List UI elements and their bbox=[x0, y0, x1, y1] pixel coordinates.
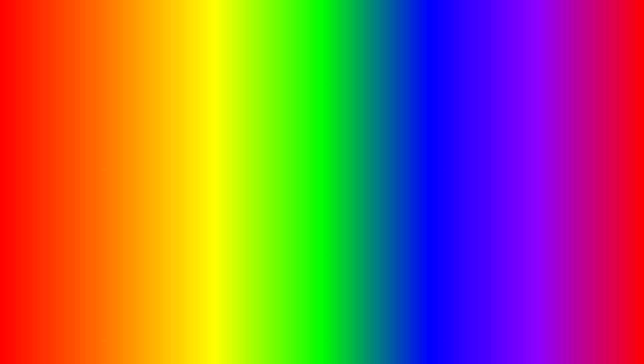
black-screen-row: Black Screen | จอดำ bbox=[174, 147, 312, 151]
divider-2 bbox=[476, 158, 614, 159]
auto-farm-boss-row: Auto Farm Boss | อัตโนมัติบอส bbox=[332, 167, 470, 172]
title-blox: BLOX bbox=[163, 7, 294, 56]
select-weapon-row: Select Weapon | เลือกอาวุธ : Melee Melee bbox=[30, 133, 168, 139]
refresh-boss-button[interactable]: Refresh Boss | รีเซ็ตบอส bbox=[332, 158, 470, 166]
settings-title: Settings bbox=[174, 113, 312, 117]
farm-mastery-gun-label: AutoFarm Mastery Gun | อัตโนมัติฟาร์มยิง… bbox=[332, 138, 394, 143]
distance-slider[interactable] bbox=[498, 148, 604, 150]
auto-new-world-row: Auto New World | อัตโนมัติโลก2 bbox=[30, 146, 168, 151]
tab-dungeon-right[interactable]: Dungeon bbox=[595, 103, 614, 109]
auto-farm-boss-quest-row: Auto Farm Boss Quest | อัตโนมัติบอสสตาทค… bbox=[332, 174, 470, 178]
skill-x-row: ✓ Skill X | สกิล เอ็ก bbox=[476, 126, 614, 131]
skill-z-checkbox[interactable]: ✓ bbox=[476, 120, 480, 124]
auto-new-world-checkbox[interactable] bbox=[30, 147, 34, 151]
auto-farm-boss-label: Auto Farm Boss | อัตโนมัติบอส bbox=[332, 167, 376, 172]
select-fast-attack-label: Select FastAttack | เลือกโหมดเร็ว : Mobi… bbox=[174, 121, 229, 125]
select-fast-attack-row: Select FastAttack | เลือกโหมดเร็ว : Mobi… bbox=[174, 120, 312, 126]
logo-circle: ☠ bbox=[574, 296, 600, 323]
auto-third-world-checkbox[interactable] bbox=[30, 153, 34, 157]
farm-mastery-label: Auto Farm Mastery | อัตโนมัติฟาร์มมาเตอร… bbox=[332, 132, 392, 137]
boss-dropdown[interactable]: Select Boss bbox=[367, 151, 470, 157]
left-panel-title: Zee H bbox=[39, 104, 277, 108]
tab-dungeon-left[interactable]: Dungeon bbox=[293, 103, 312, 109]
auto-farm-row: ✓ Auto Farm | ฟาร์มแบบอัตโนมัติ bbox=[30, 120, 168, 125]
panels-container: ⚡ Zee H Main Dungeon AutoFarm ✓ Auto Far… bbox=[27, 100, 617, 183]
autofarm-title: AutoFarm bbox=[30, 113, 168, 117]
auto-farm-chest-tween-label: Auto Farm Chest Tween | อัตโนมัติเก็บกล่… bbox=[35, 165, 104, 170]
logo-fruits: FRUITS bbox=[570, 333, 604, 344]
auto-farm-checkbox[interactable]: ✓ bbox=[30, 120, 34, 124]
title-fruits: FRUITS bbox=[309, 7, 481, 56]
right-col-mastery: Mastery Settings ✓ Skill Z | สกิล แอว ✓ … bbox=[473, 111, 617, 183]
left-panel: ⚡ Zee H Main Dungeon AutoFarm ✓ Auto Far… bbox=[27, 100, 315, 183]
white-screen-label: White Screen | จอขาว bbox=[179, 153, 211, 158]
auto-farm-fast-label: Auto Farm Fast | ฟาร์มน้ำหนักกับกระสองฝ้… bbox=[35, 126, 95, 131]
logo-skull-icon: ☠ bbox=[582, 302, 592, 316]
auto-farm-fast-row: Auto Farm Fast | ฟาร์มน้ำหนักกับกระสองฝ้… bbox=[30, 126, 168, 131]
healthms-label: HealthMs bbox=[476, 153, 496, 156]
select-weapon-label: Select Weapon | เลือกอาวุธ : Melee bbox=[30, 133, 79, 138]
left-col-settings: Settings Select FastAttack | เลือกโหมดเร… bbox=[171, 111, 315, 174]
black-screen-checkbox[interactable] bbox=[174, 147, 178, 151]
skill-x-checkbox[interactable]: ✓ bbox=[476, 127, 480, 131]
fast-attack-dropdown[interactable]: Mobile bbox=[231, 120, 312, 126]
skill-c-label: Skill C | สกิล ถ bbox=[481, 133, 502, 137]
auto-farm-boss-quest-label: Auto Farm Boss Quest | อัตโนมัติบอสสตาทค… bbox=[332, 174, 399, 178]
tab-main-left[interactable]: Main bbox=[280, 103, 293, 109]
right-panel-title: Z bbox=[341, 104, 579, 108]
fast-attack-row: ✓ Fast Attack | โจมตีเร็วเร็ว bbox=[174, 128, 312, 132]
auto-rejoin-row: ✓ Auto Rejoin | โอนตะเจ้าใข้ใหม่ bbox=[174, 159, 312, 164]
chest-tp-label: Auto Farm Chest TP | อัตโนมัติเก็บกล่องแ… bbox=[332, 120, 395, 124]
black-screen-label: Black Screen | จอดำ bbox=[179, 147, 209, 151]
right-panel: ⚡ Z Main Dungeon Auto Farm Chest Tween |… bbox=[329, 100, 617, 183]
skill-v-label: Skill V | สกิล 3 bbox=[481, 139, 501, 144]
healthms-slider[interactable] bbox=[498, 154, 604, 155]
left-panel-icon: ⚡ bbox=[30, 102, 37, 109]
auto-farm-boss-title: Auto Farm Boss bbox=[332, 145, 470, 149]
skill-c-checkbox[interactable]: ✓ bbox=[476, 133, 480, 137]
fast-attack-label: Fast Attack | โจมตีเร็วเร็ว bbox=[179, 128, 215, 132]
white-screen-row: White Screen | จอขาว bbox=[174, 153, 312, 158]
right-panel-tabs: Main Dungeon bbox=[582, 103, 614, 109]
auto-haki-label: Auto Haki | เปิดฮากิ bbox=[179, 140, 207, 145]
mastery-settings-title-left: Mastery Settings bbox=[174, 166, 312, 170]
white-screen-checkbox[interactable] bbox=[174, 153, 178, 157]
weapon-dropdown[interactable]: Melee bbox=[81, 133, 168, 139]
auto-farm-chest-tween-row: Auto Farm Chest Tween | อัตโนมัติเก็บกล่… bbox=[30, 165, 168, 170]
distance-slider-row: Distance 30 bbox=[476, 147, 614, 151]
auto-haki-checkbox[interactable]: ✓ bbox=[174, 141, 178, 145]
distance-label: Distance bbox=[476, 147, 496, 151]
skill-v-row: ✓ Skill V | สกิล 3 bbox=[476, 139, 614, 144]
bottom-pastebin: PASTEBIN bbox=[409, 325, 517, 348]
auto-farm-fast-checkbox[interactable] bbox=[30, 127, 34, 131]
bottom-auto-farm: AUTO FARM bbox=[127, 320, 317, 354]
right-panel-icon: ⚡ bbox=[332, 102, 339, 109]
farm-mastery-row: Auto Farm Mastery | อัตโนมัติฟาร์มมาเตอร… bbox=[332, 132, 470, 137]
auto-rejoin-label: Auto Rejoin | โอนตะเจ้าใข้ใหม่ bbox=[179, 159, 221, 164]
bring-monster-checkbox[interactable]: ✓ bbox=[174, 134, 178, 138]
left-panel-body: AutoFarm ✓ Auto Farm | ฟาร์มแบบอัตโนมัติ… bbox=[27, 111, 315, 174]
auto-world-title: Auto World bbox=[30, 141, 168, 145]
tab-main-right[interactable]: Main bbox=[582, 103, 595, 109]
auto-rejoin-checkbox[interactable]: ✓ bbox=[174, 160, 178, 164]
healthms-value: 45 bbox=[606, 153, 614, 156]
right-panel-header: ⚡ Z Main Dungeon bbox=[329, 101, 617, 111]
chest-tween-label: Auto Farm Chest Tween | อัตโนมัติเก็บกล่… bbox=[332, 113, 401, 118]
bring-monster-label: Bring Monster | ดึงมอน bbox=[179, 134, 212, 139]
other-title: Other bbox=[476, 161, 614, 165]
skill-c-row: ✓ Skill C | สกิล ถ bbox=[476, 133, 614, 137]
skill-v-checkbox[interactable]: ✓ bbox=[476, 139, 480, 143]
chest-tween-row: Auto Farm Chest Tween | อัตโนมัติเก็บกล่… bbox=[332, 113, 470, 118]
fast-attack-checkbox[interactable]: ✓ bbox=[174, 128, 178, 132]
skill-z-row: ✓ Skill Z | สกิล แอว bbox=[476, 120, 614, 125]
auto-third-world-label: Auto Third World | อัตโนมัติโลก3 bbox=[35, 153, 81, 157]
main-title: BLOX FRUITS bbox=[0, 7, 644, 57]
right-panel-body: Auto Farm Chest Tween | อัตโนมัติเก็บกล่… bbox=[329, 111, 617, 183]
mastery-settings-title: Mastery Settings bbox=[476, 113, 614, 117]
bring-monster-row: ✓ Bring Monster | ดึงมอน bbox=[174, 134, 312, 139]
logo-text: BLX FRUITS bbox=[570, 323, 604, 344]
healthms-slider-row: HealthMs 45 bbox=[476, 153, 614, 156]
skill-x-label: Skill X | สกิล เอ็ก bbox=[481, 126, 504, 131]
auto-farm-chest-tween-checkbox[interactable] bbox=[30, 165, 34, 169]
left-panel-tabs: Main Dungeon bbox=[280, 103, 312, 109]
